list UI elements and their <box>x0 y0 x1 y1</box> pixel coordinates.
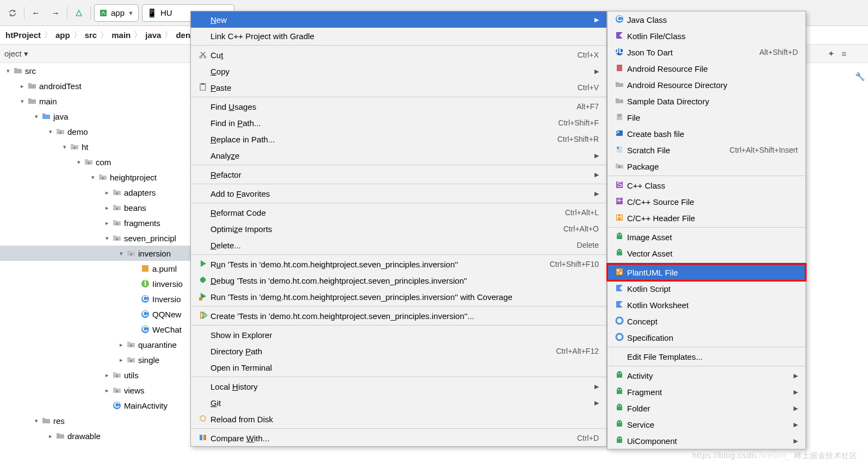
menu-item[interactable]: Optimize ImportsCtrl+Alt+O <box>191 221 606 237</box>
menu-item[interactable]: UiComponent▶ <box>607 433 805 449</box>
disclosure-icon[interactable]: ▾ <box>3 67 13 74</box>
breadcrumb-seg[interactable]: java <box>145 30 161 40</box>
menu-item[interactable]: Run 'Tests in 'demo.ht.com.heightproject… <box>191 289 606 305</box>
menu-item[interactable]: PlantUML File <box>607 264 805 280</box>
menu-item[interactable]: Concept <box>607 313 805 329</box>
disclosure-icon[interactable]: ▸ <box>116 341 126 348</box>
tree-row[interactable]: ▸beans <box>0 200 190 215</box>
tree-row[interactable]: ▾res <box>0 413 190 428</box>
menu-item[interactable]: Replace in Path...Ctrl+Shift+R <box>191 131 606 147</box>
menu-item[interactable]: New▶ <box>191 11 606 28</box>
tree-row[interactable]: ▸quarantine <box>0 337 190 352</box>
tree-row[interactable]: ▾demo <box>0 124 190 139</box>
breadcrumb-seg[interactable]: main <box>111 30 131 40</box>
menu-item[interactable]: Specification <box>607 329 805 346</box>
disclosure-icon[interactable]: ▸ <box>17 83 27 90</box>
module-combo[interactable]: app ▼ <box>94 4 139 22</box>
disclosure-icon[interactable]: ▸ <box>46 433 55 440</box>
menu-item[interactable]: >_Create bash file <box>607 126 805 142</box>
menu-item[interactable]: Show in Explorer <box>191 327 606 343</box>
tree-row[interactable]: IIinversio <box>0 276 190 291</box>
menu-item[interactable]: Add to Favorites▶ <box>191 185 606 202</box>
disclosure-icon[interactable]: ▾ <box>46 128 55 135</box>
tree-row[interactable]: ▾heightproject <box>0 170 190 185</box>
disclosure-icon[interactable]: ▸ <box>102 189 112 196</box>
context-menu[interactable]: New▶Link C++ Project with GradleCutCtrl+… <box>190 11 607 447</box>
breadcrumb-seg[interactable]: src <box>85 30 97 40</box>
tree-row[interactable]: ▾seven_principl <box>0 230 190 246</box>
breadcrumb-seg[interactable]: htProject <box>5 30 41 40</box>
menu-item[interactable]: Activity▶ <box>607 367 805 384</box>
menu-item[interactable]: Delete...Delete <box>191 237 606 253</box>
make-icon[interactable] <box>71 5 87 21</box>
new-submenu[interactable]: CJava ClassKotlin File/ClassJDJson To Da… <box>607 11 806 449</box>
disclosure-icon[interactable]: ▸ <box>102 372 112 379</box>
disclosure-icon[interactable]: ▸ <box>102 204 112 211</box>
tree-row[interactable]: ▾src <box>0 63 190 78</box>
menu-item[interactable]: Android Resource File <box>607 60 805 77</box>
menu-item[interactable]: Image Asset <box>607 229 805 245</box>
menu-item[interactable]: Kotlin Worksheet <box>607 297 805 313</box>
menu-item[interactable]: Scratch FileCtrl+Alt+Shift+Insert <box>607 142 805 158</box>
menu-item[interactable]: PasteCtrl+V <box>191 79 606 96</box>
tree-row[interactable]: ▸fragments <box>0 215 190 230</box>
menu-item[interactable]: Reformat CodeCtrl+Alt+L <box>191 204 606 221</box>
wrench-icon[interactable]: 🔧 <box>855 72 868 82</box>
menu-item[interactable]: Service▶ <box>607 416 805 433</box>
menu-item[interactable]: Local History▶ <box>191 378 606 395</box>
menu-item[interactable]: Run 'Tests in 'demo.ht.com.heightproject… <box>191 256 606 272</box>
menu-item[interactable]: Find in Path...Ctrl+Shift+F <box>191 115 606 131</box>
back-icon[interactable]: ← <box>28 5 44 21</box>
menu-item[interactable]: Kotlin Script <box>607 280 805 297</box>
disclosure-icon[interactable]: ▾ <box>102 235 112 242</box>
menu-item[interactable]: Directory PathCtrl+Alt+F12 <box>191 343 606 359</box>
disclosure-icon[interactable]: ▾ <box>32 113 41 120</box>
tree-row[interactable]: ▸drawable <box>0 428 190 443</box>
menu-item[interactable]: CJava Class <box>607 11 805 28</box>
menu-item[interactable]: CutCtrl+X <box>191 47 606 63</box>
menu-item[interactable]: Fragment▶ <box>607 384 805 400</box>
menu-item[interactable]: Open in Terminal <box>191 359 606 376</box>
tree-row[interactable]: ▾com <box>0 154 190 170</box>
tree-row[interactable]: ▾ht <box>0 139 190 154</box>
tree-row[interactable]: CWeChat <box>0 322 190 337</box>
menu-item[interactable]: Sample Data Directory <box>607 93 805 109</box>
project-dropdown-icon[interactable]: ▾ <box>22 49 28 59</box>
menu-item[interactable]: File <box>607 109 805 126</box>
menu-item[interactable]: Compare With...Ctrl+D <box>191 430 606 446</box>
menu-item[interactable]: JDJson To DartAlt+Shift+D <box>607 44 805 60</box>
forward-icon[interactable]: → <box>47 5 64 21</box>
menu-item[interactable]: Edit File Templates... <box>607 348 805 365</box>
menu-item[interactable]: Create 'Tests in 'demo.ht.com.heightproj… <box>191 308 606 324</box>
menu-item[interactable]: Kotlin File/Class <box>607 28 805 44</box>
tree-row[interactable]: ▸views <box>0 383 190 398</box>
menu-item[interactable]: HC/C++ Header File <box>607 210 805 226</box>
menu-item[interactable]: Copy▶ <box>191 63 606 79</box>
tree-row[interactable]: ▸single <box>0 352 190 367</box>
tree-row[interactable]: ▾main <box>0 93 190 109</box>
menu-item[interactable]: Reload from Disk <box>191 411 606 427</box>
menu-item[interactable]: Debug 'Tests in 'demo.ht.com.heightproje… <box>191 272 606 289</box>
tree-row[interactable]: ▾java <box>0 109 190 124</box>
disclosure-icon[interactable]: ▾ <box>60 143 70 151</box>
tree-row[interactable]: ▸adapters <box>0 185 190 200</box>
breadcrumb-seg[interactable]: den <box>176 30 190 40</box>
tree-row[interactable]: CQQNew <box>0 307 190 322</box>
disclosure-icon[interactable]: ▾ <box>17 98 27 105</box>
menu-item[interactable]: Folder▶ <box>607 400 805 416</box>
tree-row[interactable]: ▸androidTest <box>0 78 190 93</box>
disclosure-icon[interactable]: ▸ <box>102 387 112 394</box>
tree-row[interactable]: a.puml <box>0 261 190 276</box>
menu-item[interactable]: Refactor▶ <box>191 166 606 183</box>
collapse-icon[interactable]: ≡ <box>838 49 851 58</box>
disclosure-icon[interactable]: ▾ <box>88 174 98 181</box>
menu-item[interactable]: SC++ Class <box>607 177 805 193</box>
sync-icon[interactable] <box>4 5 21 21</box>
disclosure-icon[interactable]: ▸ <box>102 220 112 227</box>
disclosure-icon[interactable]: ▾ <box>32 417 41 424</box>
target-icon[interactable]: ✦ <box>824 49 838 59</box>
tree-row[interactable]: ▾inversion <box>0 246 190 261</box>
disclosure-icon[interactable]: ▾ <box>74 159 84 166</box>
tree-row[interactable]: CInversio <box>0 291 190 307</box>
disclosure-icon[interactable]: ▾ <box>116 250 126 257</box>
